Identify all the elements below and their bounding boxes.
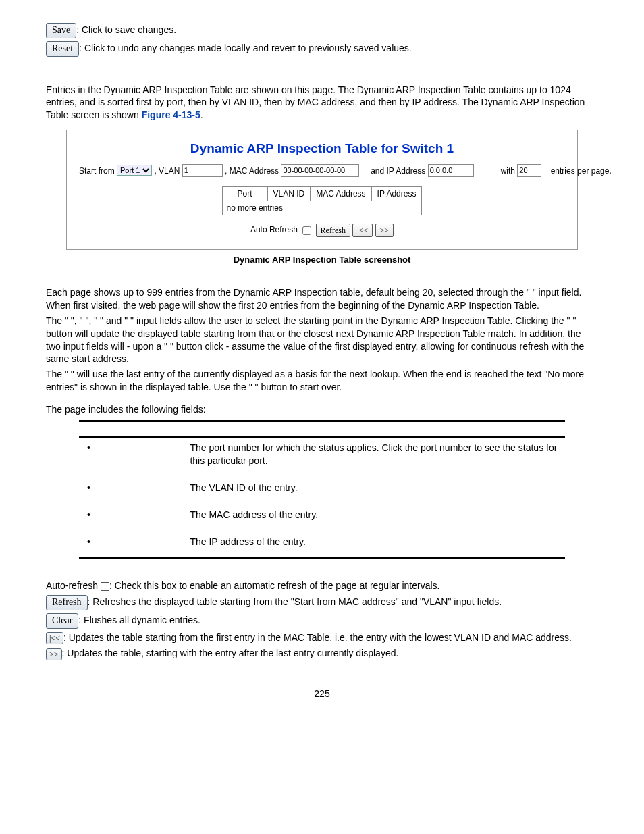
save-desc: : Click to save changes.	[76, 24, 176, 35]
no-more-row: no more entries	[222, 201, 422, 215]
col-ip: IP Address	[371, 186, 422, 201]
figure-link[interactable]: Figure 4-13-5	[142, 109, 200, 120]
ip-input[interactable]	[428, 164, 474, 177]
col-vlan: VLAN ID	[267, 186, 311, 201]
save-button[interactable]: Save	[46, 23, 76, 38]
auto-refresh-checkbox[interactable]	[302, 226, 311, 235]
fields-table: The port number for which the status app…	[79, 420, 565, 559]
intro-text: Entries in the Dynamic ARP Inspection Ta…	[46, 84, 598, 122]
nav-p2: The " ", " ", " " and " " input fields a…	[46, 315, 598, 366]
col-mac: MAC Address	[311, 186, 371, 201]
refresh-desc: : Refreshes the displayed table starting…	[88, 596, 502, 607]
next-desc: : Updates the table, starting with the e…	[62, 648, 399, 658]
table-row: The MAC address of the entry.	[79, 504, 565, 531]
table-row: The port number for which the status app…	[79, 437, 565, 477]
refresh-button[interactable]: Refresh	[316, 224, 350, 237]
auto-refresh-label: Auto Refresh	[250, 226, 298, 235]
nav-p1: Each page shows up to 999 entries from t…	[46, 286, 598, 312]
arp-table: Port VLAN ID MAC Address IP Address no m…	[222, 186, 423, 215]
vlan-input[interactable]	[182, 164, 223, 177]
col-port: Port	[222, 186, 267, 201]
figure-caption: Dynamic ARP Inspection Table screenshot	[46, 254, 598, 266]
fields-heading: The page includes the following fields:	[46, 403, 598, 416]
first-page-button[interactable]: |<<	[352, 224, 373, 237]
filter-row: Start from Port 1 , VLAN , MAC Address a…	[79, 164, 565, 177]
next-button-img[interactable]: >>	[46, 648, 62, 660]
reset-desc: : Click to undo any changes made locally…	[79, 43, 412, 53]
table-row: The VLAN ID of the entry.	[79, 477, 565, 504]
nav-p3: The " " will use the last entry of the c…	[46, 368, 598, 394]
clear-desc: : Flushes all dynamic entries.	[78, 615, 200, 625]
mac-input[interactable]	[281, 164, 359, 177]
refresh-button-img[interactable]: Refresh	[46, 595, 88, 610]
panel-title: Dynamic ARP Inspection Table for Switch …	[79, 140, 565, 157]
port-select[interactable]: Port 1	[117, 165, 152, 176]
next-page-button[interactable]: >>	[375, 224, 394, 237]
clear-button-img[interactable]: Clear	[46, 613, 78, 629]
auto-refresh-desc: : Check this box to enable an automatic …	[109, 580, 440, 591]
arp-table-panel: Dynamic ARP Inspection Table for Switch …	[66, 130, 578, 250]
page-number: 225	[46, 687, 598, 700]
checkbox-icon	[101, 582, 109, 591]
entries-input[interactable]	[517, 164, 541, 177]
reset-button[interactable]: Reset	[46, 41, 79, 57]
first-button-img[interactable]: |<<	[46, 632, 63, 644]
first-desc: : Updates the table starting from the fi…	[63, 632, 572, 643]
table-row: The IP address of the entry.	[79, 531, 565, 558]
auto-refresh-text: Auto-refresh	[46, 580, 101, 591]
